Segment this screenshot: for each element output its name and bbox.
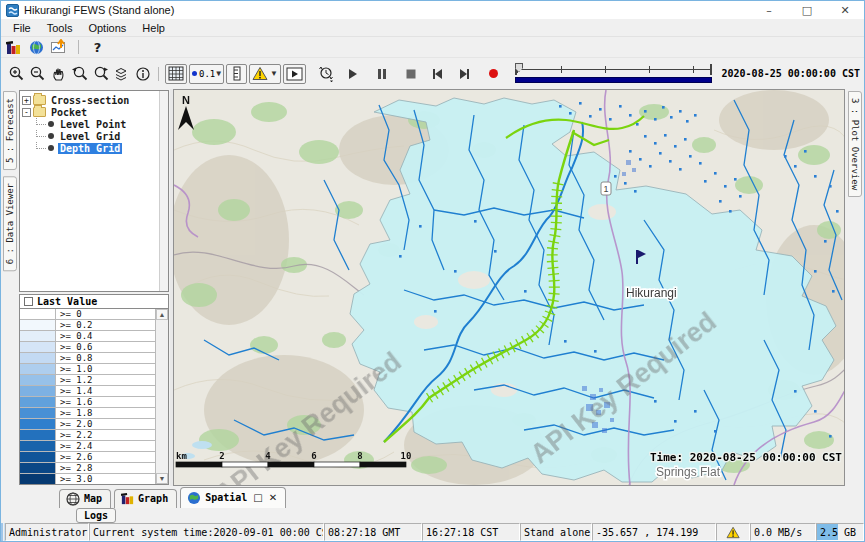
zoom-previous-icon[interactable] (70, 64, 89, 84)
legend-color-swatch (20, 397, 56, 407)
tab-data-viewer[interactable]: 6 : Data Viewer (3, 176, 17, 271)
tree-item-level-grid[interactable]: Level Grid (22, 130, 159, 142)
menu-help[interactable]: Help (134, 21, 173, 35)
tree-item-depth-grid[interactable]: Depth Grid (22, 142, 159, 154)
last-value-label: Last Value (37, 296, 97, 307)
scalebar-toggle-button[interactable] (226, 64, 247, 84)
map-globe-icon[interactable] (28, 39, 45, 55)
logs-button[interactable]: Logs (76, 508, 116, 523)
info-icon[interactable] (133, 64, 152, 84)
bar-chart-icon (121, 492, 134, 505)
menu-file[interactable]: File (5, 21, 39, 35)
tree-item-label[interactable]: Level Grid (58, 131, 122, 142)
tab-map[interactable]: Map (59, 489, 111, 508)
tree-item-label[interactable]: Cross-section (49, 95, 131, 106)
grid-display-button[interactable] (165, 64, 187, 84)
tree-item-cross-section[interactable]: + Cross-section (22, 94, 159, 106)
svg-text:8: 8 (357, 451, 362, 461)
scroll-up-icon[interactable]: ▲ (156, 309, 168, 320)
zoom-in-icon[interactable] (7, 64, 26, 84)
timeline-slider[interactable] (515, 64, 712, 83)
collapse-icon[interactable]: - (22, 108, 31, 117)
menu-tools[interactable]: Tools (39, 21, 81, 35)
tree-connector (36, 130, 46, 137)
expand-icon[interactable]: + (22, 96, 31, 105)
legend-row: >= 2.2 (20, 430, 155, 441)
application-window: { "window": { "title": "Hikurangi FEWS (… (0, 0, 865, 542)
toolbar-separator (158, 67, 159, 81)
legend-color-swatch (20, 441, 56, 451)
help-icon[interactable]: ? (89, 39, 106, 55)
tab-spatial[interactable]: Spatial □ ✕ (180, 487, 286, 508)
status-mode: Stand alone (520, 523, 592, 541)
status-gmt-time: 08:27:18 GMT (324, 523, 422, 541)
close-button[interactable]: ✕ (826, 1, 864, 19)
maximize-button[interactable]: □ (788, 1, 826, 19)
legend-color-swatch (20, 386, 56, 396)
globe-icon (187, 491, 201, 505)
svg-text:2: 2 (219, 451, 224, 461)
tree-scrollbar[interactable] (159, 91, 168, 291)
status-system-time: Current system time:2020-09-01 00:00 CST (89, 523, 324, 541)
legend-row: >= 1.4 (20, 386, 155, 397)
pan-icon[interactable] (49, 64, 68, 84)
tab-forecast[interactable]: 5 : Forecast (3, 91, 17, 170)
zoom-out-icon[interactable] (28, 64, 47, 84)
map-time-overlay: Time: 2020-08-25 00:00:00 CST (650, 451, 842, 464)
data-explorer-icon[interactable] (5, 39, 22, 55)
timeseries-display-icon[interactable] (51, 39, 68, 55)
legend-color-swatch (20, 430, 56, 440)
svg-text:N: N (182, 94, 190, 106)
tree-item-label-selected[interactable]: Depth Grid (58, 143, 122, 154)
tab-close-icon[interactable]: ✕ (269, 492, 277, 503)
legend-color-swatch (20, 320, 56, 330)
legend-row: >= 2.0 (20, 419, 155, 430)
stop-button[interactable] (401, 64, 420, 84)
map-canvas[interactable]: 1 API Key Required API Key Required Hiku… (174, 90, 845, 485)
scroll-down-icon[interactable]: ▼ (156, 473, 168, 484)
minimize-button[interactable]: – (750, 1, 788, 19)
legend-row: >= 0.4 (20, 331, 155, 342)
legend-row: >= 0.8 (20, 353, 155, 364)
layers-icon[interactable] (112, 64, 131, 84)
app-icon (6, 4, 19, 17)
legend-row: >= 0.6 (20, 342, 155, 353)
map-view[interactable]: 1 API Key Required API Key Required Hiku… (173, 89, 845, 486)
legend-scrollbar[interactable]: ▲ ▼ (155, 309, 168, 484)
classbreak-value-dropdown[interactable]: 0.1 ▼ (189, 64, 224, 84)
warning-filter-dropdown[interactable]: ▼ (249, 64, 281, 84)
legend-row-label: >= 1.4 (56, 386, 155, 396)
tab-map-label: Map (84, 493, 102, 504)
legend-panel: Last Value >= 0>= 0.2>= 0.4>= 0.6>= 0.8>… (19, 294, 169, 485)
legend-row-label: >= 0.8 (56, 353, 155, 363)
legend-color-swatch (20, 452, 56, 462)
tree-item-label[interactable]: Pocket (49, 107, 89, 118)
legend-color-swatch (20, 364, 56, 374)
menu-options[interactable]: Options (80, 21, 134, 35)
title-bar: Hikurangi FEWS (Stand alone) – □ ✕ (1, 1, 864, 19)
tree-item-label[interactable]: Level Point (58, 119, 128, 130)
play-button[interactable] (343, 64, 362, 84)
step-forward-button[interactable] (455, 64, 474, 84)
status-warning-cell[interactable] (716, 523, 750, 541)
record-button[interactable] (484, 64, 503, 84)
legend-row: >= 2.6 (20, 452, 155, 463)
legend-color-swatch (20, 342, 56, 352)
legend-color-swatch (20, 474, 56, 484)
step-back-button[interactable] (428, 64, 447, 84)
last-value-checkbox[interactable] (24, 297, 33, 306)
tab-plot-overview[interactable]: 3 : Plot Overview (848, 91, 862, 197)
tree-item-pocket[interactable]: - Pocket (22, 106, 159, 118)
pause-button[interactable] (372, 64, 391, 84)
tab-graph[interactable]: Graph (114, 489, 177, 508)
tree-item-level-point[interactable]: Level Point (22, 118, 159, 130)
zoom-next-icon[interactable] (91, 64, 110, 84)
legend-row-label: >= 0.4 (56, 331, 155, 341)
animation-button[interactable] (283, 64, 306, 84)
legend-row-label: >= 1.0 (56, 364, 155, 374)
legend-color-swatch (20, 419, 56, 429)
svg-text:km: km (176, 451, 187, 461)
time-settings-icon[interactable] (316, 64, 335, 84)
legend-color-swatch (20, 331, 56, 341)
tab-restore-icon[interactable]: □ (253, 492, 262, 503)
